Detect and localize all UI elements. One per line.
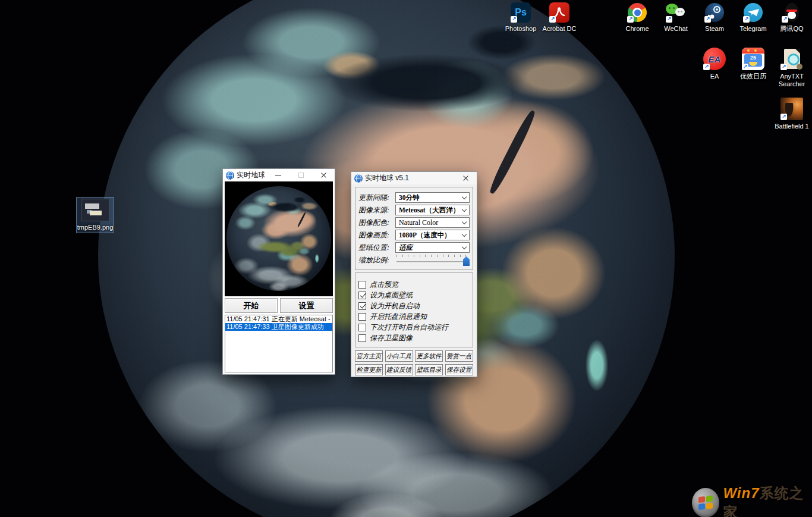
check-update-button[interactable]: 检查更新 bbox=[355, 364, 383, 375]
checkbox-box bbox=[358, 334, 366, 342]
shortcut-arrow-icon: ↗ bbox=[703, 64, 710, 70]
options-group: 点击预览 设为桌面壁纸 设为开机自启动 开启托盘消息通知 下次打开时后台自动运行… bbox=[355, 272, 473, 347]
color-scheme-dropdown[interactable]: Natural Color bbox=[395, 217, 470, 228]
checkbox-set-desktop-wallpaper[interactable]: 设为桌面壁纸 bbox=[358, 290, 470, 300]
minimize-icon bbox=[275, 175, 281, 176]
desktop-icon-ea[interactable]: EA ↗ EA bbox=[695, 48, 734, 80]
donate-button[interactable]: 赞赏一点 bbox=[445, 350, 473, 362]
close-button[interactable] bbox=[312, 169, 335, 181]
desktop-icon-label: Telegram bbox=[739, 25, 766, 33]
log-entry-selected[interactable]: 11/05 21:47:33 卫星图像更新成功 bbox=[225, 323, 332, 331]
desktop-icon-label: 优效日历 bbox=[740, 73, 766, 80]
image-thumbnail bbox=[81, 199, 109, 221]
steam-icon: ↗ bbox=[704, 2, 725, 23]
save-settings-button[interactable]: 保存设置 bbox=[445, 364, 473, 375]
close-button[interactable] bbox=[454, 172, 477, 184]
chrome-icon: ↗ bbox=[627, 2, 647, 23]
checkbox-auto-start[interactable]: 设为开机自启动 bbox=[358, 300, 470, 311]
start-button[interactable]: 开始 bbox=[225, 298, 278, 313]
desktop-icon-label: Battlefield 1 bbox=[775, 123, 808, 130]
official-home-button[interactable]: 官方主页 bbox=[355, 350, 383, 362]
xiaobai-tools-button[interactable]: 小白工具 bbox=[385, 350, 413, 362]
telegram-icon: ↗ bbox=[743, 2, 763, 23]
battlefield-icon: ↗ bbox=[780, 98, 803, 120]
image-source-dropdown[interactable]: Meteosat（大西洋） bbox=[395, 205, 470, 215]
desktop-icon-photoshop[interactable]: Ps ↗ Photoshop bbox=[502, 2, 540, 33]
update-log-list[interactable]: 11/05 21:47:31 正在更新 Meteosat - 大西洋 11/05… bbox=[225, 315, 333, 372]
desktop: Win7系统之家 Ps ↗ Photoshop ↗ Acrobat DC ↗ C… bbox=[0, 0, 812, 517]
desktop-icon-battlefield1[interactable]: ↗ Battlefield 1 bbox=[773, 98, 811, 130]
app-globe-icon bbox=[226, 171, 234, 180]
field-label: 壁纸位置: bbox=[358, 243, 395, 253]
shortcut-arrow-icon: ↗ bbox=[627, 16, 634, 23]
calendar-icon: 25 ↗ bbox=[742, 48, 764, 70]
checkbox-box bbox=[358, 281, 366, 289]
wallpaper-position-dropdown[interactable]: 适应 bbox=[395, 242, 470, 253]
checkbox-save-satellite-image[interactable]: 保存卫星图像 bbox=[358, 333, 470, 343]
desktop-icon-anytxt[interactable]: ↗ AnyTXT Searcher bbox=[773, 48, 811, 88]
log-entry[interactable]: 11/05 21:47:31 正在更新 Meteosat - 大西洋 bbox=[225, 315, 332, 323]
desktop-icon-youxiao-calendar[interactable]: 25 ↗ 优效日历 bbox=[734, 48, 772, 80]
checkbox-box-checked bbox=[358, 302, 366, 310]
checkbox-box bbox=[358, 324, 366, 331]
desktop-icon-label: EA bbox=[710, 73, 719, 80]
desktop-icon-label: WeChat bbox=[664, 25, 688, 33]
red-sea-feature bbox=[297, 212, 306, 227]
realtime-earth-settings-window: 实时地球 v5.1 更新间隔: 30分钟 图像来源: Meteosat（大西洋）… bbox=[351, 171, 477, 377]
checkbox-click-preview[interactable]: 点击预览 bbox=[358, 279, 470, 290]
file-icon-label: tmpEB9.png bbox=[77, 224, 114, 231]
slider-track bbox=[396, 261, 468, 262]
chevron-down-icon bbox=[462, 206, 467, 211]
wallpaper-folder-button[interactable]: 壁纸目录 bbox=[415, 364, 443, 375]
close-icon bbox=[320, 172, 327, 178]
desktop-icon-label: Chrome bbox=[625, 25, 649, 33]
watermark-win7: Win7 bbox=[723, 485, 759, 501]
desktop-icon-chrome[interactable]: ↗ Chrome bbox=[618, 2, 656, 33]
desktop-icon-wechat[interactable]: ↗ WeChat bbox=[657, 2, 695, 33]
slider-ticks bbox=[396, 255, 468, 257]
maximize-icon bbox=[298, 173, 304, 178]
desktop-icon-qq[interactable]: ↗ 腾讯QQ bbox=[773, 2, 811, 33]
shortcut-arrow-icon: ↗ bbox=[743, 16, 750, 23]
shortcut-arrow-icon: ↗ bbox=[704, 16, 711, 23]
desktop-icon-telegram[interactable]: ↗ Telegram bbox=[734, 2, 772, 33]
more-software-button[interactable]: 更多软件 bbox=[415, 350, 443, 362]
app-globe-icon bbox=[354, 174, 363, 183]
shortcut-arrow-icon: ↗ bbox=[780, 64, 787, 70]
field-label: 图像来源: bbox=[358, 205, 395, 215]
shortcut-arrow-icon: ↗ bbox=[742, 64, 748, 70]
chevron-down-icon bbox=[462, 219, 467, 224]
checkbox-tray-notification[interactable]: 开启托盘消息通知 bbox=[358, 311, 470, 322]
watermark-text: Win7系统之家 bbox=[723, 484, 812, 517]
titlebar[interactable]: 实时地球 v5.1 bbox=[351, 172, 477, 184]
action-buttons: 官方主页 小白工具 更多软件 赞赏一点 检查更新 建议反馈 壁纸目录 保存设置 bbox=[351, 347, 477, 375]
shortcut-arrow-icon: ↗ bbox=[782, 16, 788, 23]
ea-icon: EA ↗ bbox=[703, 48, 726, 70]
shortcut-arrow-icon: ↗ bbox=[511, 16, 517, 23]
maximize-button[interactable] bbox=[289, 169, 312, 181]
red-sea-feature bbox=[487, 109, 537, 195]
checkbox-background-run[interactable]: 下次打开时后台自动运行 bbox=[358, 322, 470, 333]
chevron-down-icon bbox=[462, 231, 467, 236]
update-interval-dropdown[interactable]: 30分钟 bbox=[395, 192, 470, 203]
minimize-button[interactable] bbox=[267, 169, 289, 181]
desktop-icon-label: Steam bbox=[705, 25, 724, 33]
settings-button[interactable]: 设置 bbox=[280, 298, 333, 313]
field-label: 图像画质: bbox=[358, 230, 395, 240]
desktop-icon-steam[interactable]: ↗ Steam bbox=[695, 2, 734, 33]
desktop-icon-label: 腾讯QQ bbox=[780, 25, 803, 33]
field-label: 更新间隔: bbox=[358, 193, 395, 203]
window-title: 实时地球 bbox=[237, 170, 267, 180]
scale-slider[interactable] bbox=[395, 254, 470, 266]
image-quality-dropdown[interactable]: 1080P（速度中） bbox=[395, 230, 470, 240]
slider-thumb[interactable] bbox=[463, 256, 470, 266]
chevron-down-icon bbox=[462, 244, 467, 249]
checkbox-box-checked bbox=[358, 292, 366, 299]
earth-preview-globe bbox=[226, 186, 331, 291]
win7-brand-watermark: Win7系统之家 bbox=[692, 484, 812, 517]
file-icon-tmpeb9[interactable]: tmpEB9.png bbox=[76, 197, 114, 233]
titlebar[interactable]: 实时地球 bbox=[223, 169, 335, 181]
realtime-earth-preview-window: 实时地球 开始 设置 11/05 21:47:31 正在更新 Meteosat … bbox=[222, 168, 335, 375]
feedback-button[interactable]: 建议反馈 bbox=[385, 364, 413, 375]
desktop-icon-acrobat[interactable]: ↗ Acrobat DC bbox=[540, 2, 578, 33]
